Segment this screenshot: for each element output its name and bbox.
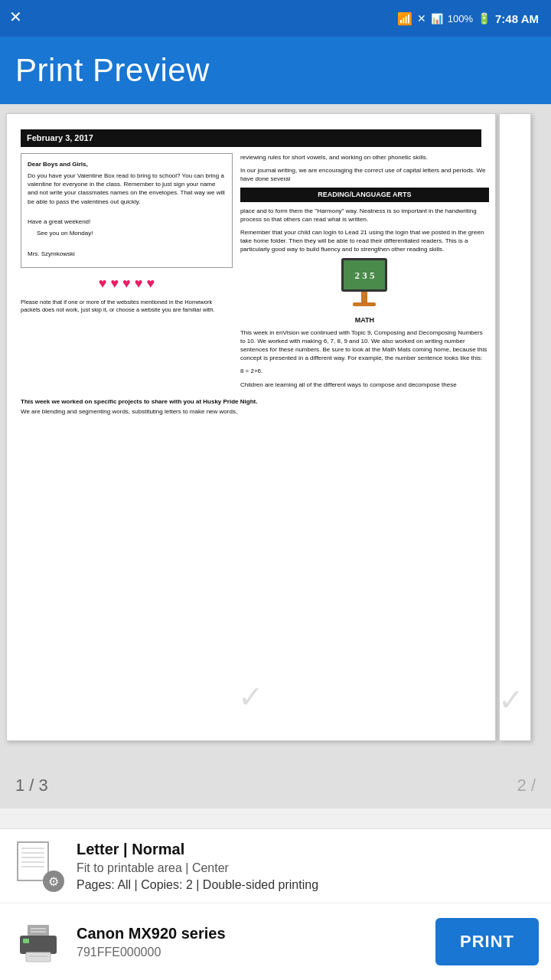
doc-page-1: February 3, 2017 Dear Boys and Girls, Do…: [6, 113, 496, 741]
print-details: Pages: All | Copies: 2 | Double-sided pr…: [77, 878, 539, 892]
app-icon: ✕: [9, 8, 22, 26]
battery-icon: 🔋: [478, 12, 491, 24]
left-column: Dear Boys and Girls, Do you have your Va…: [21, 153, 233, 394]
print-title: Letter | Normal: [77, 841, 539, 858]
letter-box: Dear Boys and Girls, Do you have your Va…: [21, 153, 233, 268]
app-bar-title: Print Preview: [15, 52, 210, 89]
print-icon-area: ⚙: [12, 840, 64, 892]
svg-rect-3: [20, 936, 57, 954]
app-bar: Print Preview: [0, 37, 551, 104]
status-icons: 📶 ✕ 📊 100% 🔋 7:48 AM: [397, 11, 539, 26]
date-header: February 3, 2017: [21, 129, 481, 147]
doc-preview-container: February 3, 2017 Dear Boys and Girls, Do…: [0, 113, 537, 753]
svg-rect-5: [26, 952, 51, 962]
printer-text-area: Canon MX920 series 791FFE000000: [77, 925, 435, 959]
math-image: 2 3 5: [240, 258, 489, 306]
status-bar: ✕ 📶 ✕ 📊 100% 🔋 7:48 AM: [0, 0, 551, 37]
signal-icon: ✕: [417, 12, 426, 24]
page-indicator: 1 / 3: [15, 776, 48, 795]
right-column: reviewing rules for short vowels, and wo…: [240, 153, 489, 394]
week-note: This week we worked on specific projects…: [21, 398, 481, 407]
blending-text: We are blending and segmenting words, su…: [21, 408, 481, 416]
network-icon: 📊: [431, 13, 443, 24]
section-header: READING/LANGUAGE ARTS: [240, 188, 489, 201]
print-info-row: ⚙ Letter | Normal Fit to printable area …: [0, 829, 551, 903]
print-subtitle: Fit to printable area | Center: [77, 861, 539, 875]
printer-icon: [15, 919, 61, 965]
svg-rect-0: [28, 925, 49, 937]
main-content: February 3, 2017 Dear Boys and Girls, Do…: [0, 104, 551, 763]
print-text-area: Letter | Normal Fit to printable area | …: [77, 841, 539, 892]
battery-text: 100%: [448, 13, 473, 24]
right-para3: place and to form them the "Harmony" way…: [240, 207, 489, 224]
math-para: This week in enVision we continued with …: [240, 328, 489, 363]
hearts-row: ♥ ♥ ♥ ♥ ♥: [21, 274, 233, 292]
doc-page-2-partial: ✓: [499, 113, 531, 741]
doc-columns: Dear Boys and Girls, Do you have your Va…: [21, 153, 481, 394]
nav-bar: 1 / 3 2 /: [0, 763, 551, 808]
printer-icon-area: [12, 916, 64, 968]
bottom-panel: ⚙ Letter | Normal Fit to printable area …: [0, 828, 551, 980]
farewell1: Have a great weekend!: [28, 217, 226, 226]
decompose: Children are learning all of the differe…: [240, 381, 489, 389]
print-button[interactable]: PRINT: [435, 918, 539, 965]
greeting: Dear Boys and Girls,: [28, 160, 226, 168]
right-para4: Remember that your child can login to Le…: [240, 228, 489, 254]
gear-icon: ⚙: [43, 871, 64, 892]
equation: 8 = 2+6.: [240, 367, 489, 375]
farewell2: See you on Monday!: [28, 229, 226, 237]
printer-name: Canon MX920 series: [77, 925, 435, 942]
page-2-indicator: 2 /: [517, 776, 536, 795]
right-para1: reviewing rules for short vowels, and wo…: [240, 153, 489, 162]
page2-checkmark: ✓: [499, 682, 524, 717]
signature: Mrs. Szymkowski: [28, 250, 226, 258]
status-time: 7:48 AM: [495, 12, 539, 25]
wifi-icon: 📶: [397, 11, 412, 26]
note-text: Please note that if one or more of the w…: [21, 299, 233, 314]
para1: Do you have your Valentine Box read to b…: [28, 172, 226, 206]
week-note-text: This week we worked on specific projects…: [21, 398, 257, 405]
page-checkmark: ✓: [238, 676, 264, 717]
right-para2: In our journal writing, we are encouragi…: [240, 166, 489, 183]
math-numbers: 2 3 5: [354, 269, 374, 283]
math-label: MATH: [240, 315, 489, 325]
svg-rect-4: [23, 939, 29, 943]
printer-row: Canon MX920 series 791FFE000000 PRINT: [0, 903, 551, 980]
printer-id: 791FFE000000: [77, 946, 435, 959]
